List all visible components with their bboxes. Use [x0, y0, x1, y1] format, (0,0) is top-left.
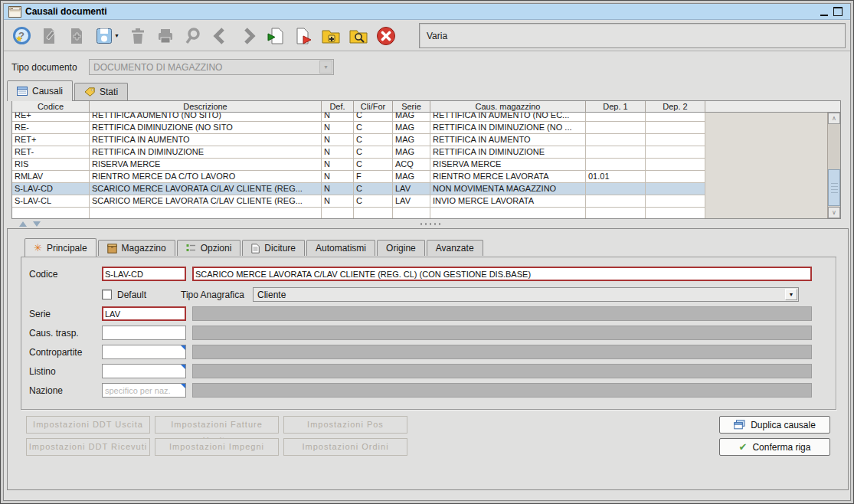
- tab-automatismi[interactable]: Automatismi: [306, 240, 375, 256]
- table-cell: [586, 122, 646, 134]
- window-icon: [8, 6, 21, 18]
- impostazioni-impegni-button[interactable]: Impostazioni Impegni: [155, 438, 279, 456]
- impostazioni-fatture-uscita-button[interactable]: Impostazioni Fatture Uscita: [155, 416, 279, 434]
- tab-principale[interactable]: ✳ Principale: [25, 238, 97, 257]
- table-row[interactable]: RE+RETTIFICA AUMENTO (NO SITO)NCMAGRETTI…: [12, 113, 829, 122]
- default-label: Default: [117, 290, 181, 300]
- previous-button[interactable]: [209, 25, 232, 47]
- table-cell: C: [354, 159, 393, 171]
- export-button[interactable]: [292, 25, 315, 47]
- duplica-causale-button[interactable]: Duplica causale: [719, 416, 830, 434]
- next-button[interactable]: [237, 25, 260, 47]
- table-cell: RETTIFICA IN AUMENTO (NO EC...: [430, 113, 586, 122]
- new-record-button[interactable]: [65, 25, 88, 47]
- column-header[interactable]: Codice: [12, 101, 90, 113]
- serie-field[interactable]: [102, 306, 186, 321]
- save-dropdown-arrow-icon[interactable]: ▼: [114, 33, 119, 38]
- table-cell: MAG: [393, 113, 430, 122]
- tab-avanzate[interactable]: Avanzate: [427, 240, 483, 256]
- table-row[interactable]: RISRISERVA MERCENCACQRISERVA MERCE: [12, 159, 829, 171]
- row-filler: [705, 134, 829, 146]
- save-button[interactable]: ▼: [93, 25, 122, 47]
- column-header[interactable]: Dep. 1: [586, 101, 646, 113]
- table-cell: [586, 159, 646, 171]
- minimize-button[interactable]: [820, 7, 828, 17]
- conferma-riga-button[interactable]: ✔ Conferma riga: [719, 438, 830, 456]
- table-cell: LAV: [393, 183, 430, 195]
- query-button[interactable]: ?★: [10, 25, 33, 47]
- column-header[interactable]: Caus. magazzino: [430, 101, 586, 113]
- serie-label: Serie: [21, 309, 102, 319]
- search-button[interactable]: [182, 25, 205, 47]
- scrollbar-thumb[interactable]: [828, 169, 840, 206]
- table-scrollbar[interactable]: ∧ ∨: [827, 113, 840, 218]
- tab-diciture[interactable]: Diciture: [242, 240, 305, 256]
- table-cell: RET+: [12, 134, 90, 146]
- tipo-documento-select[interactable]: DOCUMENTO DI MAGAZZINO ▼: [89, 59, 334, 75]
- default-checkbox[interactable]: [102, 290, 112, 299]
- splitter-down-icon[interactable]: [33, 221, 41, 227]
- app-window: Causali documenti ?★ ▼: [0, 0, 854, 504]
- table-cell: [586, 134, 646, 146]
- table-row[interactable]: RE-RETTIFICA DIMINUZIONE (NO SITONCMAGRE…: [12, 122, 829, 134]
- varia-field[interactable]: Varia: [419, 23, 846, 48]
- folder-search-button[interactable]: [347, 25, 370, 47]
- tab-opzioni[interactable]: Opzioni: [177, 240, 241, 256]
- impostazioni-ddt-uscita-button[interactable]: Impostazioni DDT Uscita: [26, 416, 150, 434]
- tab-stati[interactable]: Stati: [74, 83, 128, 100]
- cancel-button[interactable]: [375, 25, 398, 47]
- table-row[interactable]: RMLAVRIENTRO MERCE DA C/TO LAVORONFMAGRI…: [12, 171, 829, 183]
- table-cell: SCARICO MERCE LAVORATA C/LAV CLIENTE (RE…: [90, 195, 322, 208]
- tab-principale-label: Principale: [47, 243, 87, 254]
- table-cell: RIENTRO MERCE LAVORATA: [430, 171, 586, 183]
- table-cell: [12, 208, 90, 219]
- column-header[interactable]: Cli/For: [354, 101, 393, 113]
- listino-field[interactable]: [102, 364, 186, 378]
- table-row[interactable]: [12, 208, 829, 219]
- splitter-grip[interactable]: [420, 223, 440, 225]
- codice-label: Codice: [21, 269, 102, 280]
- contropartite-field[interactable]: [102, 345, 186, 359]
- table-row[interactable]: RET+RETTIFICA IN AUMENTONCMAGRETTIFICA I…: [12, 134, 829, 146]
- import-button[interactable]: [264, 25, 287, 47]
- table-cell: MAG: [393, 171, 430, 183]
- folder-add-button[interactable]: [319, 25, 342, 47]
- splitter-up-icon[interactable]: [19, 221, 27, 227]
- table-row[interactable]: S-LAV-CLSCARICO MERCE LAVORATA C/LAV CLI…: [12, 195, 829, 208]
- column-header[interactable]: Dep. 2: [646, 101, 705, 113]
- column-header[interactable]: Descrizione: [90, 101, 322, 113]
- column-header[interactable]: Serie: [393, 101, 430, 113]
- print-button[interactable]: [154, 25, 177, 47]
- caus-trasp-field[interactable]: [102, 326, 186, 340]
- tipo-anagrafica-select[interactable]: Cliente ▼: [253, 287, 799, 302]
- descrizione-field[interactable]: [192, 267, 812, 281]
- scroll-down-icon[interactable]: ∨: [828, 207, 840, 218]
- table-row[interactable]: RET-RETTIFICA IN DIMINUZIONENCMAGRETTIFI…: [12, 146, 829, 159]
- impostazioni-ddt-ricevuti-button[interactable]: Impostazioni DDT Ricevuti: [26, 438, 150, 456]
- splitter[interactable]: [7, 219, 849, 228]
- table-cell: RE-: [12, 122, 90, 134]
- maximize-button[interactable]: [833, 7, 843, 16]
- causali-grid-body: RE+RETTIFICA AUMENTO (NO SITO)NCMAGRETTI…: [12, 113, 829, 218]
- tab-causali[interactable]: Causali: [7, 80, 73, 101]
- column-header[interactable]: Def.: [322, 101, 354, 113]
- table-cell: S-LAV-CD: [12, 183, 90, 195]
- impostazioni-pos-button[interactable]: Impostazioni Pos: [283, 416, 407, 434]
- table-cell: MAG: [393, 122, 430, 134]
- table-cell: RISERVA MERCE: [430, 159, 586, 171]
- impostazioni-ordini-button[interactable]: Impostazioni Ordini: [283, 438, 407, 456]
- table-cell: [646, 134, 705, 146]
- window-content: Causali documenti ?★ ▼: [3, 3, 851, 501]
- nazione-field[interactable]: [102, 383, 186, 398]
- edit-record-button[interactable]: [38, 25, 61, 47]
- table-cell: N: [322, 134, 354, 146]
- tab-magazzino[interactable]: Magazzino: [98, 240, 175, 256]
- chevron-down-icon: ▼: [319, 61, 332, 74]
- scroll-up-icon[interactable]: ∧: [828, 113, 840, 124]
- delete-button[interactable]: [126, 25, 149, 47]
- codice-field[interactable]: [102, 267, 186, 281]
- tab-origine[interactable]: Origine: [377, 240, 425, 256]
- table-row[interactable]: S-LAV-CDSCARICO MERCE LAVORATA C/LAV CLI…: [12, 183, 829, 195]
- conferma-riga-label: Conferma riga: [752, 442, 810, 453]
- principale-groupbox: Codice Default Tipo Anagrafica Cliente ▼…: [21, 257, 836, 410]
